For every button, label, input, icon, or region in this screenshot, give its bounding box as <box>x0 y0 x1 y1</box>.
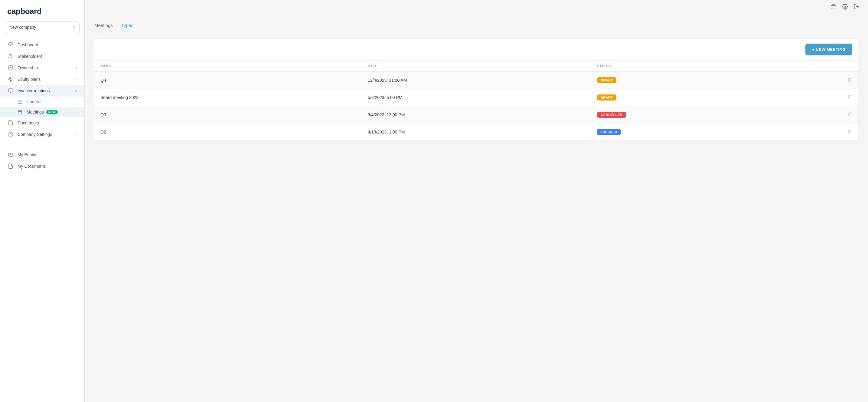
my-equity-icon <box>7 152 14 157</box>
status-badge: CANCELLED <box>597 112 626 118</box>
ownership-icon <box>7 65 14 70</box>
sidebar-item-stakeholders-label: Stakeholders <box>18 54 77 59</box>
cell-date: 12/4/2023, 11:00 AM <box>362 72 591 89</box>
briefcase-icon[interactable] <box>831 4 837 11</box>
meetings-icon <box>18 110 24 114</box>
sidebar-item-dashboard[interactable]: Dashboard <box>0 39 84 51</box>
chevron-right-icon-2: › <box>76 77 77 81</box>
delete-icon[interactable] <box>847 78 852 83</box>
cell-date: 5/8/2023, 5:00 PM <box>362 89 591 106</box>
status-badge: DRAFT <box>597 94 616 100</box>
cell-status: CANCELLED <box>591 106 782 123</box>
cell-date: 4/13/2023, 1:00 PM <box>362 123 591 141</box>
sidebar-item-documents-label: Documents <box>18 120 77 125</box>
logo-text: capboard <box>7 7 41 16</box>
status-badge: DRAFT <box>597 77 616 83</box>
cell-action <box>782 123 858 141</box>
chevron-up-icon: ∧ <box>74 89 77 93</box>
svg-rect-4 <box>8 89 13 92</box>
delete-icon[interactable] <box>847 130 852 135</box>
cell-status: DRAFT <box>591 89 782 106</box>
table-header-row: NAME DATE STATUS <box>94 61 858 72</box>
logo: capboard <box>0 0 84 22</box>
sidebar-divider <box>5 145 80 145</box>
sidebar-item-my-equity-label: My Equity <box>18 152 77 157</box>
cell-name: Q3 <box>94 106 362 123</box>
sidebar-item-investor-relations[interactable]: Investor relations ∧ <box>0 85 84 96</box>
equity-plans-icon <box>7 77 14 82</box>
svg-point-1 <box>9 54 11 56</box>
settings-icon[interactable] <box>842 4 848 11</box>
stakeholders-icon <box>7 54 14 59</box>
svg-rect-6 <box>18 111 22 114</box>
investor-relations-icon <box>7 88 14 93</box>
tab-types[interactable]: Types <box>121 21 133 30</box>
delete-icon[interactable] <box>847 95 852 100</box>
updates-icon <box>18 99 24 104</box>
svg-point-7 <box>10 134 11 135</box>
table-row: Q3 9/4/2023, 12:00 PM CANCELLED <box>94 106 858 123</box>
sidebar: capboard New company ▾ Dashboard Stakeho… <box>0 0 85 402</box>
sidebar-item-my-documents[interactable]: My Documents <box>0 161 84 172</box>
table-row: Board meeting 2023 5/8/2023, 5:00 PM DRA… <box>94 89 858 106</box>
documents-icon <box>7 120 14 125</box>
new-meeting-button[interactable]: + NEW MEETING <box>805 44 852 55</box>
svg-point-0 <box>10 44 11 46</box>
sidebar-item-documents[interactable]: Documents <box>0 117 84 128</box>
sidebar-item-equity-plans-label: Equity plans <box>18 77 76 82</box>
company-selector[interactable]: New company ▾ <box>5 22 80 33</box>
bottom-nav: My Equity My Documents <box>0 149 84 172</box>
svg-point-10 <box>844 6 846 7</box>
status-badge: FINISHED <box>597 129 621 135</box>
chevron-right-icon: › <box>76 66 77 70</box>
cell-action <box>782 89 858 106</box>
company-name: New company <box>9 25 36 30</box>
sidebar-item-company-settings-label: Company Settings <box>18 132 76 137</box>
cell-action <box>782 72 858 89</box>
column-header-action <box>782 61 858 72</box>
sidebar-item-ownership-label: Ownership <box>18 65 76 70</box>
cell-status: FINISHED <box>591 123 782 141</box>
meetings-badge: NEW <box>46 110 58 114</box>
cell-status: DRAFT <box>591 72 782 89</box>
svg-marker-3 <box>8 77 13 82</box>
sidebar-item-company-settings[interactable]: Company Settings › <box>0 128 84 140</box>
column-header-status: STATUS <box>591 61 782 72</box>
table-row: Q4 12/4/2023, 11:00 AM DRAFT <box>94 72 858 89</box>
delete-icon[interactable] <box>847 112 852 117</box>
column-header-name: NAME <box>94 61 362 72</box>
cell-name: Board meeting 2023 <box>94 89 362 106</box>
tabs: Meetings Types <box>94 21 858 30</box>
sidebar-item-investor-relations-label: Investor relations <box>18 88 74 93</box>
cell-name: Q2 <box>94 123 362 141</box>
sidebar-item-ownership[interactable]: Ownership › <box>0 62 84 74</box>
cell-action <box>782 106 858 123</box>
cell-date: 9/4/2023, 12:00 PM <box>362 106 591 123</box>
column-header-date: DATE <box>362 61 591 72</box>
table-row: Q2 4/13/2023, 1:00 PM FINISHED <box>94 123 858 141</box>
cell-name: Q4 <box>94 72 362 89</box>
svg-rect-9 <box>831 5 836 9</box>
sidebar-item-dashboard-label: Dashboard <box>18 42 77 47</box>
meetings-table-container: + NEW MEETING NAME DATE STATUS Q4 12/4/2… <box>94 39 858 140</box>
topbar <box>85 0 868 15</box>
sidebar-item-my-documents-label: My Documents <box>18 164 77 169</box>
sidebar-sub-item-meetings[interactable]: Meetings NEW <box>0 107 84 117</box>
svg-rect-5 <box>18 100 22 104</box>
content-area: Meetings Types + NEW MEETING NAME DATE S… <box>85 15 868 402</box>
main-content: Meetings Types + NEW MEETING NAME DATE S… <box>85 0 868 402</box>
dashboard-icon <box>7 42 14 48</box>
my-documents-icon <box>7 164 14 169</box>
chevron-right-icon-3: › <box>76 132 77 137</box>
main-nav: Dashboard Stakeholders Ownership › Equit… <box>0 38 84 141</box>
sidebar-item-equity-plans[interactable]: Equity plans › <box>0 74 84 85</box>
sidebar-item-my-equity[interactable]: My Equity <box>0 149 84 161</box>
sidebar-item-stakeholders[interactable]: Stakeholders <box>0 51 84 62</box>
sidebar-sub-item-updates-label: Updates <box>27 99 42 104</box>
sidebar-sub-item-updates[interactable]: Updates <box>0 96 84 107</box>
company-settings-icon <box>7 132 14 137</box>
logout-icon[interactable] <box>854 4 860 11</box>
tab-meetings[interactable]: Meetings <box>94 21 113 30</box>
table-header-actions: + NEW MEETING <box>94 39 858 60</box>
sidebar-sub-item-meetings-label: Meetings <box>27 110 44 114</box>
